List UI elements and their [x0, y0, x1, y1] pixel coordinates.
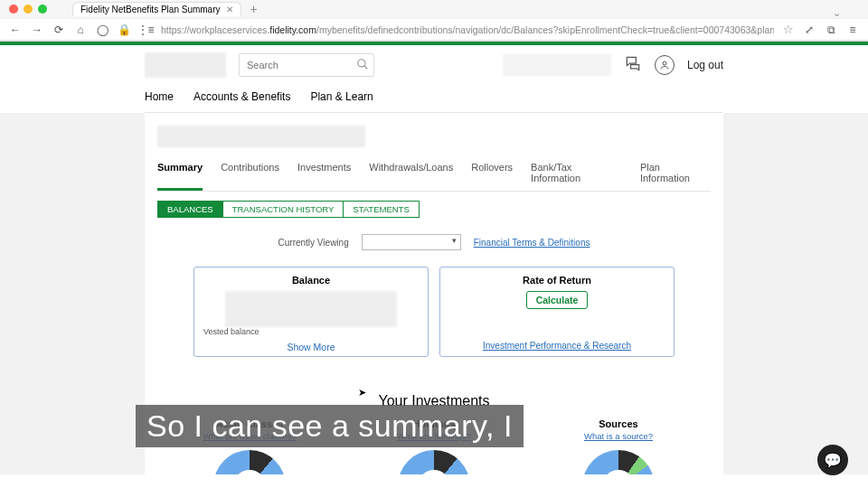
tab-planinfo[interactable]: Plan Information [640, 162, 711, 191]
browser-tab[interactable]: Fidelity NetBenefits Plan Summary ✕ [72, 2, 241, 16]
account-selector[interactable] [503, 54, 611, 76]
home-icon[interactable]: ⌂ [74, 23, 87, 36]
logo[interactable] [145, 52, 226, 78]
rate-of-return-card: Rate of Return Calculate Investment Perf… [439, 267, 675, 357]
show-more-link[interactable]: Show More [194, 342, 428, 352]
currently-viewing-label: Currently Viewing [278, 238, 349, 248]
svg-line-1 [364, 66, 368, 70]
logout-link[interactable]: Log out [687, 59, 723, 71]
plan-title [157, 126, 365, 147]
expand-icon[interactable]: ⤢ [803, 23, 816, 36]
minimize-window-icon[interactable] [24, 5, 33, 14]
tab-banktax[interactable]: Bank/Tax Information [531, 162, 622, 191]
search-icon[interactable] [356, 58, 369, 74]
chat-widget-button[interactable]: 💬 [817, 445, 848, 475]
tab-investments[interactable]: Investments [297, 162, 351, 191]
svg-point-2 [663, 61, 666, 65]
reload-icon[interactable]: ⟳ [52, 23, 65, 36]
balance-title: Balance [202, 275, 420, 286]
lock-icon: 🔒 [118, 23, 130, 36]
balance-card: Balance Vested balance Show More [193, 267, 429, 357]
sources-title: Sources [528, 418, 709, 429]
primary-nav: Home Accounts & Benefits Plan & Learn [145, 85, 723, 113]
tab-withdrawals[interactable]: Withdrawals/Loans [369, 162, 453, 191]
sources-column: Sources What is a source? [528, 418, 709, 474]
vested-balance-label: Vested balance [203, 327, 259, 336]
browser-chrome: ⌄ Fidelity NetBenefits Plan Summary ✕ + … [0, 0, 868, 42]
forward-icon[interactable]: → [31, 23, 43, 36]
menu-icon[interactable]: ≡ [846, 23, 859, 36]
holdings-donut-chart[interactable] [398, 450, 470, 474]
maximize-window-icon[interactable] [38, 5, 47, 14]
chevron-down-icon[interactable]: ⌄ [833, 7, 841, 19]
close-window-icon[interactable] [9, 5, 18, 14]
extensions-icon[interactable]: ⧉ [825, 23, 837, 36]
terms-definitions-link[interactable]: Financial Terms & Definitions [474, 238, 590, 248]
address-bar: ← → ⟳ ⌂ ◯ 🔒 ⋮≡ https://workplaceservices… [0, 18, 868, 41]
subtab-statements[interactable]: STATEMENTS [344, 201, 419, 218]
what-source-link[interactable]: What is a source? [528, 431, 709, 441]
tab-rollovers[interactable]: Rollovers [471, 162, 513, 191]
subtab-balances[interactable]: BALANCES [157, 201, 223, 218]
close-tab-icon[interactable]: ✕ [226, 5, 233, 14]
subtab-history[interactable]: TRANSACTION HISTORY [223, 201, 344, 218]
permissions-icon[interactable]: ⋮≡ [139, 23, 152, 36]
tab-summary[interactable]: Summary [157, 162, 203, 191]
back-icon[interactable]: ← [9, 23, 22, 36]
ror-title: Rate of Return [448, 275, 666, 286]
mouse-cursor-icon: ➤ [358, 387, 366, 399]
nav-home[interactable]: Home [145, 90, 174, 103]
plan-tabs: Summary Contributions Investments Withdr… [157, 162, 711, 192]
calculate-button[interactable]: Calculate [526, 291, 589, 309]
sources-donut-chart[interactable] [582, 450, 655, 474]
video-caption: So I can see a summary, I [136, 405, 524, 447]
asset-classes-donut-chart[interactable] [213, 450, 286, 474]
currently-viewing-select[interactable] [362, 234, 461, 250]
nav-plan-learn[interactable]: Plan & Learn [310, 90, 373, 103]
profile-icon[interactable] [655, 55, 675, 75]
tab-title: Fidelity NetBenefits Plan Summary [80, 5, 221, 14]
performance-research-link[interactable]: Investment Performance & Research [440, 341, 674, 351]
bookmark-icon[interactable]: ☆ [783, 23, 794, 36]
svg-point-0 [358, 60, 365, 67]
tab-contributions[interactable]: Contributions [221, 162, 279, 191]
site-header: Log out [145, 45, 723, 85]
url-text[interactable]: https://workplaceservices.fidelity.com/m… [161, 24, 774, 35]
balance-amount [225, 291, 397, 327]
search-input[interactable] [239, 53, 374, 77]
summary-subtabs: BALANCES TRANSACTION HISTORY STATEMENTS [157, 201, 711, 218]
new-tab-button[interactable]: + [245, 2, 263, 16]
messages-icon[interactable] [624, 54, 642, 76]
shield-icon[interactable]: ◯ [96, 23, 108, 36]
nav-accounts[interactable]: Accounts & Benefits [193, 90, 290, 103]
